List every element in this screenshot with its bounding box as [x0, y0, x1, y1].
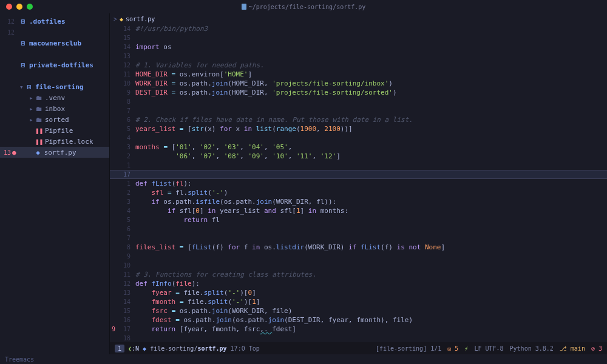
- code-line[interactable]: 12def fInfo(file):: [110, 279, 607, 288]
- sidebar-label: Treemacs: [0, 356, 109, 363]
- code-line[interactable]: 16 fdest = os.path.join(os.path.join(DES…: [110, 315, 607, 325]
- code-line[interactable]: 6# 2. Check if files have date in name. …: [110, 115, 607, 124]
- error-count-icon[interactable]: ⊘ 3: [591, 345, 602, 352]
- dotfiles-icon: ⊡: [19, 18, 27, 25]
- dir-icon: 🖿: [35, 94, 42, 102]
- fs-icon: ⊡: [25, 83, 33, 91]
- tree-item[interactable]: ❚❚Pipfile.lock: [0, 136, 109, 147]
- code-line[interactable]: 14#!/usr/bin/python3: [110, 24, 607, 33]
- evil-state: ❮:N: [128, 345, 139, 352]
- code-line[interactable]: 15: [110, 33, 607, 42]
- code-line[interactable]: 15 fsrc = os.path.join(WORK_DIR, file): [110, 306, 607, 315]
- code-line[interactable]: 3months = ['01', '02', '03', '04', '05',: [110, 143, 607, 152]
- code-line[interactable]: 4: [110, 133, 607, 143]
- mac-icon: ⊡: [19, 39, 27, 47]
- code-line[interactable]: 4 if sfl[0] in years_list and sfl[1] in …: [110, 206, 607, 215]
- dir-icon: 🖿: [35, 105, 42, 113]
- tree-item[interactable]: 12: [0, 27, 109, 38]
- code-line[interactable]: 14import os: [110, 42, 607, 52]
- breadcrumb-file: sortf.py: [126, 16, 155, 22]
- window-number: 1: [115, 345, 124, 352]
- code-line[interactable]: 2 '06', '07', '08', '09', '10', '11', '1…: [110, 152, 607, 161]
- code-line[interactable]: 12# 1. Variables for needed paths.: [110, 61, 607, 70]
- code-line[interactable]: 17: [110, 170, 607, 179]
- tree-item[interactable]: ▾⊡file-sorting: [0, 81, 109, 92]
- tree-item[interactable]: ▸🖿sorted: [0, 114, 109, 125]
- tree-item[interactable]: 12⊡.dotfiles: [0, 16, 109, 27]
- code-line[interactable]: 10WORK_DIR = os.path.join(HOME_DIR, 'pro…: [110, 79, 607, 88]
- code-line[interactable]: 5years_list = [str(x) for x in list(rang…: [110, 124, 607, 133]
- code-line[interactable]: 9DEST_DIR = os.path.join(HOME_DIR, 'proj…: [110, 88, 607, 97]
- tree-item[interactable]: ⊡macownersclub: [0, 38, 109, 49]
- code-line[interactable]: 5 return fl: [110, 215, 607, 224]
- code-line[interactable]: 10: [110, 261, 607, 270]
- code-line[interactable]: 7: [110, 106, 607, 115]
- code-line[interactable]: 917 return [fyear, fmonth, fsrc,. fdest]: [110, 325, 607, 334]
- tree-item[interactable]: [0, 49, 109, 59]
- cursor-position: 17:0 Top: [231, 345, 260, 352]
- editor[interactable]: > ◆ sortf.py 14#!/usr/bin/python31514imp…: [109, 13, 607, 354]
- tree-item[interactable]: [0, 70, 109, 81]
- code-line[interactable]: 8: [110, 97, 607, 106]
- code-line[interactable]: 3 if os.path.isfile(os.path.join(WORK_DI…: [110, 197, 607, 206]
- modeline: 1 ❮:N ◆ file-sorting/sortf.py 17:0 Top […: [110, 342, 607, 354]
- git-branch-icon[interactable]: ⎇ main: [560, 345, 585, 352]
- tree-item[interactable]: ▸🖿.venv: [0, 92, 109, 103]
- window-title: ~/projects/file-sorting/sortf.py: [0, 4, 607, 10]
- tree-item[interactable]: ▸🖿inbox: [0, 103, 109, 114]
- flycheck-ok-icon: ⚡: [464, 345, 468, 352]
- titlebar: ~/projects/file-sorting/sortf.py: [0, 0, 607, 13]
- priv-icon: ⊡: [19, 61, 27, 69]
- tree-item[interactable]: ❚❚Pipfile: [0, 125, 109, 136]
- pip-icon: ❚❚: [35, 138, 42, 146]
- code-line[interactable]: 14 fmonth = file.split('-')[1]: [110, 297, 607, 306]
- code-line[interactable]: 2 sfl = fl.split('-'): [110, 188, 607, 197]
- py-icon: ◆: [35, 149, 42, 157]
- code-line[interactable]: 13: [110, 52, 607, 61]
- python-icon: ◆: [120, 16, 123, 22]
- code-line[interactable]: 11HOME_DIR = os.environ['HOME']: [110, 70, 607, 79]
- code-line[interactable]: 9: [110, 252, 607, 261]
- tree-item[interactable]: ⊡private-dotfiles: [0, 59, 109, 70]
- code-line[interactable]: 8files_list = [fList(f) for f in os.list…: [110, 243, 607, 252]
- code-line[interactable]: 1: [110, 161, 607, 170]
- code-line[interactable]: 7: [110, 234, 607, 243]
- code-line[interactable]: 6: [110, 224, 607, 234]
- python-mode-icon: ◆: [143, 345, 146, 352]
- code-line[interactable]: 11# 3. Functions for creating class attr…: [110, 270, 607, 279]
- mail-icon[interactable]: ✉ 5: [447, 345, 458, 352]
- code-line[interactable]: 18: [110, 334, 607, 342]
- pip-icon: ❚❚: [35, 127, 42, 135]
- major-mode[interactable]: Python 3.8.2: [510, 345, 554, 352]
- encoding: LF UTF-8: [474, 345, 503, 352]
- code-line[interactable]: 13 fyear = file.split('-')[0]: [110, 288, 607, 297]
- treemacs-sidebar[interactable]: 12⊡.dotfiles12⊡macownersclub⊡private-dot…: [0, 13, 109, 354]
- tree-item[interactable]: 13 ● ◆sortf.py: [0, 147, 109, 158]
- minibuffer: Treemacs: [0, 354, 607, 364]
- breadcrumb: > ◆ sortf.py: [110, 13, 607, 24]
- dir-icon: 🖿: [35, 116, 42, 124]
- code-area[interactable]: 14#!/usr/bin/python31514import os1312# 1…: [110, 24, 607, 342]
- code-line[interactable]: 1def fList(fl):: [110, 179, 607, 188]
